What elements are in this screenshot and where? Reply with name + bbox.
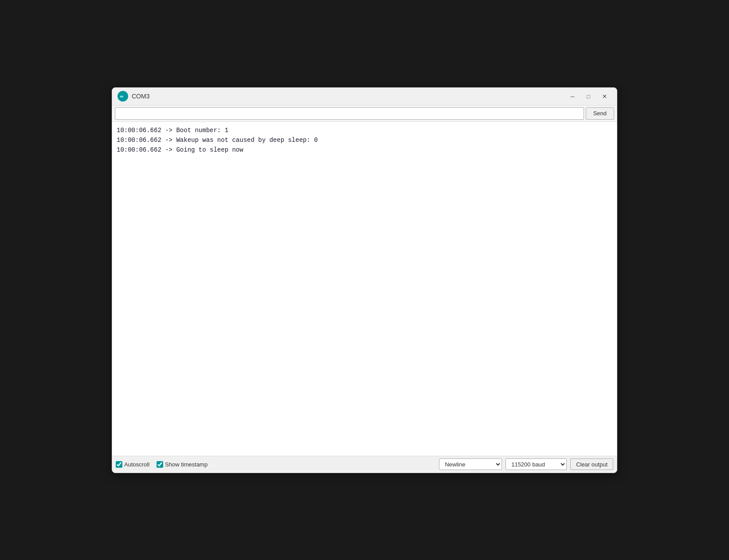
autoscroll-text: Autoscroll bbox=[124, 461, 149, 468]
title-bar-controls: ─ □ ✕ bbox=[565, 90, 611, 102]
send-button[interactable]: Send bbox=[586, 107, 614, 120]
window-title: COM3 bbox=[132, 93, 149, 100]
svg-text:∞: ∞ bbox=[120, 94, 124, 99]
serial-monitor-window: ∞ COM3 ─ □ ✕ Send 10:00:06.662 -> Boot n… bbox=[112, 87, 617, 473]
output-line: 10:00:06.662 -> Boot number: 1 bbox=[117, 125, 612, 135]
serial-input[interactable] bbox=[115, 107, 584, 120]
input-bar: Send bbox=[112, 106, 617, 122]
status-right: No line ending Newline Carriage return B… bbox=[439, 458, 613, 470]
autoscroll-checkbox[interactable] bbox=[116, 461, 122, 468]
show-timestamp-checkbox[interactable] bbox=[157, 461, 163, 468]
show-timestamp-label[interactable]: Show timestamp bbox=[157, 461, 208, 468]
minimize-button[interactable]: ─ bbox=[565, 90, 580, 102]
output-line: 10:00:06.662 -> Wakeup was not caused by… bbox=[117, 135, 612, 145]
maximize-button[interactable]: □ bbox=[581, 90, 596, 102]
status-bar: Autoscroll Show timestamp No line ending… bbox=[112, 456, 617, 473]
show-timestamp-text: Show timestamp bbox=[165, 461, 208, 468]
status-left: Autoscroll Show timestamp bbox=[116, 461, 432, 468]
output-line: 10:00:06.662 -> Going to sleep now bbox=[117, 145, 612, 155]
title-bar-left: ∞ COM3 bbox=[118, 91, 149, 102]
clear-output-button[interactable]: Clear output bbox=[570, 458, 613, 470]
newline-dropdown[interactable]: No line ending Newline Carriage return B… bbox=[439, 458, 502, 470]
title-bar: ∞ COM3 ─ □ ✕ bbox=[112, 88, 617, 106]
close-button[interactable]: ✕ bbox=[597, 90, 611, 102]
arduino-logo-icon: ∞ bbox=[118, 91, 128, 102]
output-area: 10:00:06.662 -> Boot number: 1 10:00:06.… bbox=[112, 122, 617, 456]
autoscroll-label[interactable]: Autoscroll bbox=[116, 461, 149, 468]
baud-rate-dropdown[interactable]: 300 baud 1200 baud 2400 baud 4800 baud 9… bbox=[506, 458, 567, 470]
